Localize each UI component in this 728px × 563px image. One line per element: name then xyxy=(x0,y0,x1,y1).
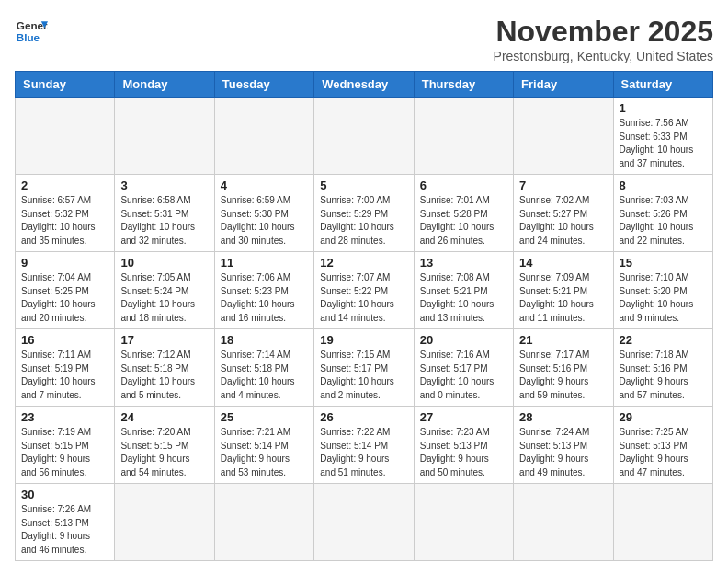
day-info: Sunrise: 7:18 AM Sunset: 5:16 PM Dayligh… xyxy=(620,349,707,402)
calendar-header-row: SundayMondayTuesdayWednesdayThursdayFrid… xyxy=(16,72,713,98)
calendar-week-row: 30Sunrise: 7:26 AM Sunset: 5:13 PM Dayli… xyxy=(16,484,713,561)
calendar-cell: 10Sunrise: 7:05 AM Sunset: 5:24 PM Dayli… xyxy=(115,252,214,329)
day-header-sunday: Sunday xyxy=(16,72,115,98)
calendar-cell: 24Sunrise: 7:20 AM Sunset: 5:15 PM Dayli… xyxy=(115,407,214,484)
day-info: Sunrise: 7:22 AM Sunset: 5:14 PM Dayligh… xyxy=(320,426,407,479)
day-info: Sunrise: 6:58 AM Sunset: 5:31 PM Dayligh… xyxy=(120,194,208,247)
day-info: Sunrise: 7:25 AM Sunset: 5:13 PM Dayligh… xyxy=(620,426,707,479)
day-info: Sunrise: 7:02 AM Sunset: 5:27 PM Dayligh… xyxy=(519,194,607,247)
day-number: 8 xyxy=(620,178,707,192)
title-area: November 2025 Prestonsburg, Kentucky, Un… xyxy=(494,15,713,63)
calendar-cell xyxy=(613,484,712,561)
calendar-cell: 17Sunrise: 7:12 AM Sunset: 5:18 PM Dayli… xyxy=(115,329,214,407)
calendar-cell: 26Sunrise: 7:22 AM Sunset: 5:14 PM Dayli… xyxy=(314,407,414,484)
day-number: 24 xyxy=(120,410,208,424)
day-info: Sunrise: 7:10 AM Sunset: 5:20 PM Dayligh… xyxy=(620,271,707,325)
calendar-cell: 11Sunrise: 7:06 AM Sunset: 5:23 PM Dayli… xyxy=(214,252,313,329)
day-info: Sunrise: 7:06 AM Sunset: 5:23 PM Dayligh… xyxy=(221,271,308,325)
day-info: Sunrise: 7:07 AM Sunset: 5:22 PM Dayligh… xyxy=(320,271,407,325)
generalblue-logo-icon: General Blue xyxy=(15,15,48,48)
day-info: Sunrise: 6:57 AM Sunset: 5:32 PM Dayligh… xyxy=(21,194,108,247)
day-number: 10 xyxy=(120,256,208,270)
day-number: 7 xyxy=(519,178,607,192)
calendar-cell: 21Sunrise: 7:17 AM Sunset: 5:16 PM Dayli… xyxy=(514,329,613,407)
calendar-week-row: 23Sunrise: 7:19 AM Sunset: 5:15 PM Dayli… xyxy=(16,407,713,484)
day-number: 23 xyxy=(21,410,108,424)
calendar-cell xyxy=(16,98,115,175)
calendar-cell: 19Sunrise: 7:15 AM Sunset: 5:17 PM Dayli… xyxy=(314,329,414,407)
calendar-cell: 8Sunrise: 7:03 AM Sunset: 5:26 PM Daylig… xyxy=(613,175,712,252)
day-header-tuesday: Tuesday xyxy=(214,72,313,98)
calendar-week-row: 16Sunrise: 7:11 AM Sunset: 5:19 PM Dayli… xyxy=(16,329,713,407)
day-info: Sunrise: 7:21 AM Sunset: 5:14 PM Dayligh… xyxy=(221,426,308,479)
calendar-cell xyxy=(314,484,414,561)
logo: General Blue xyxy=(15,15,48,48)
calendar-cell: 29Sunrise: 7:25 AM Sunset: 5:13 PM Dayli… xyxy=(613,407,712,484)
calendar-week-row: 2Sunrise: 6:57 AM Sunset: 5:32 PM Daylig… xyxy=(16,175,713,252)
day-info: Sunrise: 7:00 AM Sunset: 5:29 PM Dayligh… xyxy=(320,194,407,247)
svg-text:Blue: Blue xyxy=(17,31,40,43)
day-number: 15 xyxy=(620,256,707,270)
calendar-cell: 20Sunrise: 7:16 AM Sunset: 5:17 PM Dayli… xyxy=(414,329,513,407)
day-info: Sunrise: 7:17 AM Sunset: 5:16 PM Dayligh… xyxy=(519,349,607,402)
day-number: 27 xyxy=(420,410,507,424)
calendar-cell: 25Sunrise: 7:21 AM Sunset: 5:14 PM Dayli… xyxy=(214,407,313,484)
calendar-cell xyxy=(214,98,313,175)
calendar-cell: 15Sunrise: 7:10 AM Sunset: 5:20 PM Dayli… xyxy=(613,252,712,329)
calendar-cell: 27Sunrise: 7:23 AM Sunset: 5:13 PM Dayli… xyxy=(414,407,513,484)
day-info: Sunrise: 7:09 AM Sunset: 5:21 PM Dayligh… xyxy=(519,271,607,325)
day-number: 13 xyxy=(420,256,507,270)
day-number: 14 xyxy=(519,256,607,270)
calendar-table: SundayMondayTuesdayWednesdayThursdayFrid… xyxy=(15,71,713,561)
calendar-cell: 2Sunrise: 6:57 AM Sunset: 5:32 PM Daylig… xyxy=(16,175,115,252)
day-number: 2 xyxy=(21,178,108,192)
calendar-week-row: 9Sunrise: 7:04 AM Sunset: 5:25 PM Daylig… xyxy=(16,252,713,329)
day-info: Sunrise: 7:23 AM Sunset: 5:13 PM Dayligh… xyxy=(420,426,507,479)
calendar-cell: 23Sunrise: 7:19 AM Sunset: 5:15 PM Dayli… xyxy=(16,407,115,484)
calendar-cell: 13Sunrise: 7:08 AM Sunset: 5:21 PM Dayli… xyxy=(414,252,513,329)
day-number: 16 xyxy=(21,333,108,347)
day-number: 20 xyxy=(420,333,507,347)
calendar-cell: 3Sunrise: 6:58 AM Sunset: 5:31 PM Daylig… xyxy=(115,175,214,252)
day-number: 21 xyxy=(519,333,607,347)
calendar-cell xyxy=(115,484,214,561)
day-info: Sunrise: 6:59 AM Sunset: 5:30 PM Dayligh… xyxy=(221,194,308,247)
day-info: Sunrise: 7:24 AM Sunset: 5:13 PM Dayligh… xyxy=(519,426,607,479)
calendar-cell: 30Sunrise: 7:26 AM Sunset: 5:13 PM Dayli… xyxy=(16,484,115,561)
calendar-cell xyxy=(115,98,214,175)
calendar-cell: 14Sunrise: 7:09 AM Sunset: 5:21 PM Dayli… xyxy=(514,252,613,329)
calendar-cell: 7Sunrise: 7:02 AM Sunset: 5:27 PM Daylig… xyxy=(514,175,613,252)
day-info: Sunrise: 7:12 AM Sunset: 5:18 PM Dayligh… xyxy=(120,349,208,402)
calendar-cell: 12Sunrise: 7:07 AM Sunset: 5:22 PM Dayli… xyxy=(314,252,414,329)
day-info: Sunrise: 7:03 AM Sunset: 5:26 PM Dayligh… xyxy=(620,194,707,247)
day-info: Sunrise: 7:15 AM Sunset: 5:17 PM Dayligh… xyxy=(320,349,407,402)
day-header-wednesday: Wednesday xyxy=(314,72,414,98)
calendar-cell xyxy=(414,484,513,561)
calendar-cell xyxy=(414,98,513,175)
day-number: 29 xyxy=(620,410,707,424)
calendar-cell: 9Sunrise: 7:04 AM Sunset: 5:25 PM Daylig… xyxy=(16,252,115,329)
calendar-cell: 22Sunrise: 7:18 AM Sunset: 5:16 PM Dayli… xyxy=(613,329,712,407)
day-info: Sunrise: 7:08 AM Sunset: 5:21 PM Dayligh… xyxy=(420,271,507,325)
day-info: Sunrise: 7:14 AM Sunset: 5:18 PM Dayligh… xyxy=(221,349,308,402)
day-info: Sunrise: 7:11 AM Sunset: 5:19 PM Dayligh… xyxy=(21,349,108,402)
calendar-cell: 6Sunrise: 7:01 AM Sunset: 5:28 PM Daylig… xyxy=(414,175,513,252)
day-info: Sunrise: 7:20 AM Sunset: 5:15 PM Dayligh… xyxy=(120,426,208,479)
calendar-cell: 18Sunrise: 7:14 AM Sunset: 5:18 PM Dayli… xyxy=(214,329,313,407)
calendar-cell: 28Sunrise: 7:24 AM Sunset: 5:13 PM Dayli… xyxy=(514,407,613,484)
day-info: Sunrise: 7:26 AM Sunset: 5:13 PM Dayligh… xyxy=(21,503,108,557)
day-number: 25 xyxy=(221,410,308,424)
day-number: 19 xyxy=(320,333,407,347)
day-number: 12 xyxy=(320,256,407,270)
day-number: 28 xyxy=(519,410,607,424)
day-number: 5 xyxy=(320,178,407,192)
calendar-cell xyxy=(314,98,414,175)
day-number: 30 xyxy=(21,488,108,501)
day-header-thursday: Thursday xyxy=(414,72,513,98)
day-info: Sunrise: 7:19 AM Sunset: 5:15 PM Dayligh… xyxy=(21,426,108,479)
day-number: 4 xyxy=(221,178,308,192)
calendar-cell: 16Sunrise: 7:11 AM Sunset: 5:19 PM Dayli… xyxy=(16,329,115,407)
day-number: 17 xyxy=(120,333,208,347)
day-number: 18 xyxy=(221,333,308,347)
calendar-cell xyxy=(514,484,613,561)
